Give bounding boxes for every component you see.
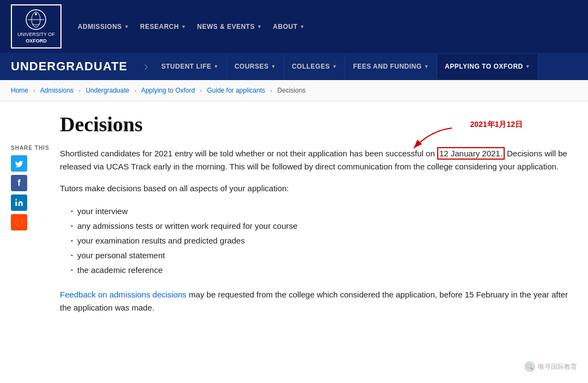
courses-link[interactable]: COURSES ▼: [227, 54, 284, 79]
breadcrumb-current: Decisions: [277, 87, 305, 94]
linkedin-icon: [15, 198, 23, 207]
nav-item-applying[interactable]: APPLYING TO OXFORD ▼: [437, 54, 538, 79]
twitter-icon: [15, 160, 23, 167]
main-content: SHARE THIS f: [0, 101, 588, 334]
chevron-down-icon: ▼: [213, 64, 218, 69]
breadcrumb-applying[interactable]: Applying to Oxford: [141, 87, 195, 94]
nav-item-admissions[interactable]: ADMISSIONS ▼: [78, 23, 129, 31]
oxford-crest-icon: [25, 9, 47, 31]
linkedin-share-button[interactable]: [11, 194, 27, 211]
breadcrumb-guide[interactable]: Guide for applicants: [207, 87, 265, 94]
facebook-share-button[interactable]: f: [11, 175, 27, 191]
secondary-navigation: UNDERGRADUATE › STUDENT LIFE ▼ COURSES ▼…: [0, 53, 588, 80]
paragraph-2: Tutors make decisions based on all aspec…: [60, 182, 577, 195]
reddit-share-button[interactable]: [11, 214, 27, 230]
student-life-link[interactable]: STUDENT LIFE ▼: [154, 54, 226, 79]
breadcrumb-admissions[interactable]: Admissions: [40, 87, 74, 94]
secondary-nav-links: STUDENT LIFE ▼ COURSES ▼ COLLEGES ▼ FEES…: [154, 54, 538, 79]
about-link[interactable]: ABOUT ▼: [273, 23, 305, 31]
svg-point-4: [15, 199, 17, 201]
breadcrumb-separator: ›: [270, 87, 272, 94]
nav-item-about[interactable]: ABOUT ▼: [273, 23, 305, 31]
chevron-down-icon: ▼: [271, 64, 276, 69]
nav-divider: ›: [144, 59, 148, 74]
breadcrumb-separator: ›: [33, 87, 35, 94]
breadcrumb: Home › Admissions › Undergraduate › Appl…: [0, 80, 588, 101]
social-icons: f: [11, 155, 54, 230]
list-item: your examination results and predicted g…: [71, 233, 577, 248]
article-content: Decisions 2021年1月12日 Shortlisted candida…: [54, 112, 577, 323]
nav-item-news-events[interactable]: NEWS & EVENTS ▼: [197, 23, 262, 31]
chevron-down-icon: ▼: [300, 24, 305, 29]
top-nav-links: ADMISSIONS ▼ RESEARCH ▼ NEWS & EVENTS ▼ …: [78, 23, 305, 31]
nav-item-research[interactable]: RESEARCH ▼: [140, 23, 186, 31]
breadcrumb-separator: ›: [200, 87, 202, 94]
chevron-down-icon: ▼: [124, 24, 129, 29]
feedback-paragraph: Feedback on admissions decisions may be …: [60, 288, 577, 314]
svg-point-3: [35, 13, 37, 15]
top-navigation: UNIVERSITY OF OXFORD ADMISSIONS ▼ RESEAR…: [0, 0, 588, 53]
chevron-down-icon: ▼: [257, 24, 262, 29]
list-item: any admissions tests or written work req…: [71, 218, 577, 233]
breadcrumb-home[interactable]: Home: [11, 87, 28, 94]
admissions-link[interactable]: ADMISSIONS ▼: [78, 23, 129, 31]
breadcrumb-separator: ›: [134, 87, 137, 94]
share-label: SHARE THIS: [11, 145, 54, 151]
research-link[interactable]: RESEARCH ▼: [140, 23, 186, 31]
chevron-down-icon: ▼: [332, 64, 337, 69]
reddit-icon: [15, 218, 23, 227]
chevron-down-icon: ▼: [181, 24, 186, 29]
nav-item-student-life[interactable]: STUDENT LIFE ▼: [154, 54, 226, 79]
oxford-logo[interactable]: UNIVERSITY OF OXFORD: [11, 4, 62, 48]
breadcrumb-undergraduate[interactable]: Undergraduate: [85, 87, 129, 94]
nav-item-courses[interactable]: COURSES ▼: [227, 54, 284, 79]
colleges-link[interactable]: COLLEGES ▼: [284, 54, 345, 79]
nav-item-fees-funding[interactable]: FEES AND FUNDING ▼: [345, 54, 437, 79]
share-sidebar: SHARE THIS f: [11, 112, 54, 323]
chevron-down-icon: ▼: [424, 64, 429, 69]
feedback-link[interactable]: Feedback on admissions decisions: [60, 290, 187, 299]
twitter-share-button[interactable]: [11, 155, 27, 172]
undergraduate-title: UNDERGRADUATE: [11, 53, 138, 80]
applying-oxford-link[interactable]: APPLYING TO OXFORD ▼: [437, 54, 538, 79]
list-item: your personal statement: [71, 248, 577, 263]
chevron-down-icon: ▼: [525, 64, 530, 69]
intro-paragraph: 2021年1月12日 Shortlisted candidates for 20…: [60, 147, 577, 173]
annotation-text: 2021年1月12日: [470, 120, 523, 130]
date-highlight: 12 January 2021.: [437, 147, 505, 160]
news-events-link[interactable]: NEWS & EVENTS ▼: [197, 23, 262, 31]
university-name-text: UNIVERSITY OF OXFORD: [17, 32, 55, 44]
decision-factors-list: your interview any admissions tests or w…: [71, 204, 577, 277]
list-item: the academic reference: [71, 263, 577, 277]
paragraph-1: Shortlisted candidates for 2021 entry wi…: [60, 147, 577, 173]
nav-item-colleges[interactable]: COLLEGES ▼: [284, 54, 345, 79]
breadcrumb-separator: ›: [78, 87, 81, 94]
list-item: your interview: [71, 204, 577, 218]
facebook-icon: f: [17, 178, 20, 188]
fees-funding-link[interactable]: FEES AND FUNDING ▼: [345, 54, 437, 79]
